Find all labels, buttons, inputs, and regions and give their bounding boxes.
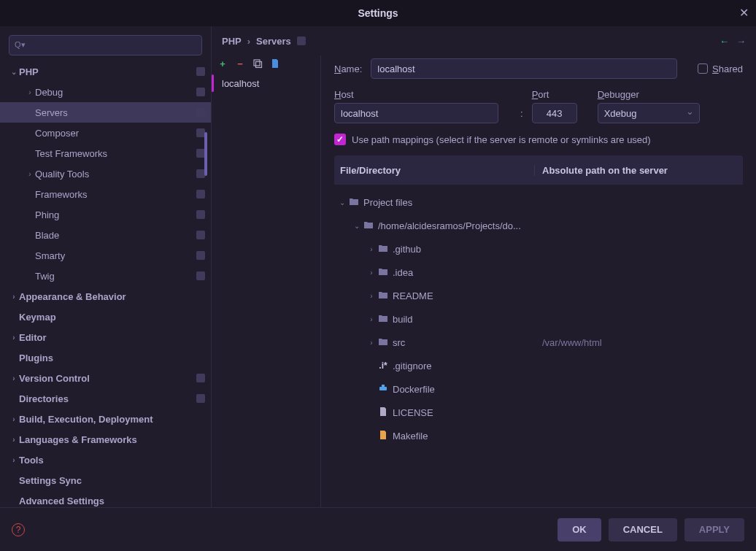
mapping-row[interactable]: ›src/var/www/html [334,331,743,354]
sidebar-item[interactable]: ›Build, Execution, Deployment [0,409,211,429]
shared-checkbox[interactable]: Shared [698,63,743,74]
sidebar-item[interactable]: Test Frameworks [0,143,211,163]
mapping-row[interactable]: ›.idea [334,261,743,284]
mapping-label: .gitignore [393,361,431,371]
project-scope-badge [196,88,205,96]
sidebar-item-label: Directories [19,393,193,404]
sidebar-item[interactable]: Servers [0,102,211,123]
make-icon [377,430,390,442]
sidebar-item-label: Phing [35,209,193,220]
sidebar-item[interactable]: ›Appearance & Behavior [0,286,211,307]
svg-rect-3 [382,385,385,387]
servers-panel: + − localhost Name: Sh [212,55,756,507]
titlebar: Settings ✕ [0,0,756,26]
breadcrumb-parent[interactable]: PHP [222,36,242,47]
chevron-icon: › [9,374,19,382]
chevron-icon: ⌄ [9,68,19,76]
project-scope-badge [196,374,205,382]
col-file-directory: File/Directory [334,165,535,176]
gitignore-icon: .i* [377,361,390,371]
chevron-icon: › [9,436,19,444]
name-label: Name: [334,63,362,74]
chevron-icon: › [366,315,377,323]
search-icon: Q▾ [15,40,26,50]
debugger-select[interactable]: Xdebug [598,103,700,123]
host-input[interactable] [334,103,498,123]
svg-rect-1 [256,62,262,68]
name-input[interactable] [371,58,677,79]
sidebar-item[interactable]: ›Editor [0,327,211,347]
sidebar-item[interactable]: ›Tools [0,450,211,470]
path-mappings-checkbox[interactable]: ✓ Use path mappings (select if the serve… [334,134,743,145]
remove-icon[interactable]: − [235,58,245,69]
settings-tree[interactable]: ⌄PHP›DebugServersComposerTest Frameworks… [0,61,211,507]
scroll-thumb[interactable] [204,132,207,176]
mapping-label: Project files [363,197,412,208]
chevron-icon: › [366,339,377,347]
chevron-icon: › [9,415,19,423]
mappings-tree[interactable]: ⌄Project files⌄/home/alcidesramos/Projec… [334,185,743,453]
project-scope-badge [196,190,205,199]
mapping-row[interactable]: ›.github [334,237,743,261]
sidebar-item[interactable]: Phing [0,204,211,225]
sidebar-item[interactable]: ›Version Control [0,368,211,388]
chevron-icon: › [9,334,19,342]
list-toolbar: + − [212,55,320,73]
sidebar-item[interactable]: ⌄PHP [0,61,211,82]
sidebar-item[interactable]: Composer [0,123,211,143]
mapping-row[interactable]: LICENSE [334,401,743,424]
mapping-row[interactable]: Dockerfile [334,377,743,401]
help-icon[interactable]: ? [12,523,25,536]
chevron-icon: › [25,170,35,178]
nav-forward-icon[interactable]: → [736,36,746,47]
chevron-icon: › [366,269,377,277]
mapping-row[interactable]: ›README [334,284,743,307]
mapping-row[interactable]: ⌄Project files [334,190,743,214]
content-pane: PHP › Servers ← → + − [212,26,756,507]
search-input[interactable] [9,35,202,55]
mapping-row[interactable]: ›build [334,307,743,331]
mapping-row[interactable]: Makefile [334,424,743,447]
server-list: + − localhost [212,55,321,507]
folder-icon [377,267,390,278]
project-scope-badge [196,394,205,403]
close-icon[interactable]: ✕ [739,6,749,20]
nav-back-icon[interactable]: ← [720,36,729,47]
mapping-row[interactable]: .i*.gitignore [334,354,743,377]
add-icon[interactable]: + [217,58,228,69]
sidebar-item[interactable]: Plugins [0,347,211,368]
sidebar-item[interactable]: Keymap [0,307,211,327]
apply-button[interactable]: APPLY [684,518,744,542]
mapping-label: /home/alcidesramos/Projects/do... [378,220,521,231]
sidebar-item-label: Composer [35,128,193,139]
sidebar-item[interactable]: Twig [0,266,211,286]
mapping-row[interactable]: ⌄/home/alcidesramos/Projects/do... [334,214,743,237]
project-scope-badge [196,210,205,219]
mapping-label: Dockerfile [393,384,435,395]
sidebar-item[interactable]: Settings Sync [0,470,211,490]
project-scope-badge [196,251,205,260]
sidebar-item[interactable]: Smarty [0,245,211,266]
sidebar-item[interactable]: ›Quality Tools [0,163,211,184]
mapping-label: README [393,290,433,301]
cancel-button[interactable]: CANCEL [609,518,677,542]
sidebar-item[interactable]: ›Languages & Frameworks [0,429,211,450]
sidebar-item[interactable]: Directories [0,388,211,409]
footer: ? OK CANCEL APPLY [0,507,756,551]
sidebar-item[interactable]: Frameworks [0,184,211,204]
docker-icon [377,384,390,395]
mapping-label: build [393,314,412,325]
sidebar-item[interactable]: Advanced Settings [0,490,211,507]
copy-icon[interactable] [252,58,263,69]
sidebar-item-label: Debug [35,87,193,98]
chevron-icon: › [25,88,35,96]
mapping-absolute-path[interactable]: /var/www/html [535,337,743,348]
port-input[interactable] [532,103,577,123]
server-list-item[interactable]: localhost [212,73,320,93]
import-icon[interactable] [270,58,280,69]
folder-icon [377,314,390,325]
sidebar-item[interactable]: Blade [0,225,211,245]
ok-button[interactable]: OK [558,518,601,542]
main-area: Q▾ ⌄PHP›DebugServersComposerTest Framewo… [0,26,756,507]
sidebar-item[interactable]: ›Debug [0,82,211,102]
